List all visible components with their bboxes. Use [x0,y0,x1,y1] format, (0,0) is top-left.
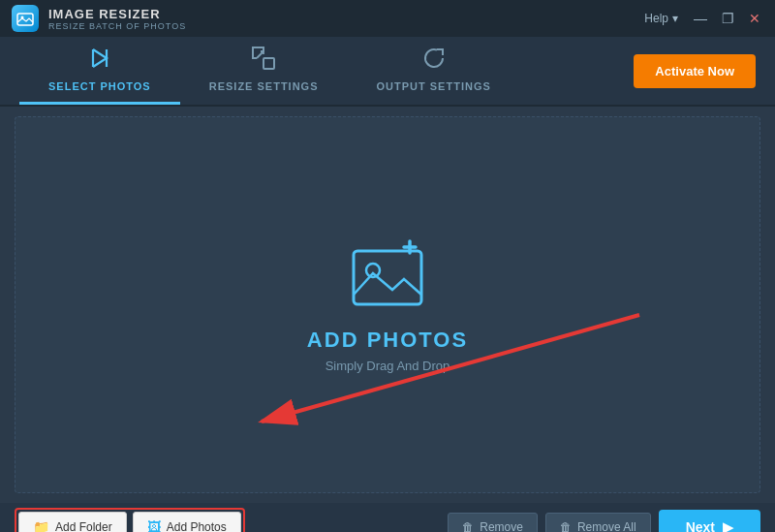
window-controls: — ❐ ✕ [692,10,763,27]
next-chevron-icon: ▶ [723,519,733,532]
tab-output-settings[interactable]: OUTPUT SETTINGS [348,37,520,105]
drop-zone[interactable]: ADD PHOTOS Simply Drag And Drop [15,116,760,493]
app-subtitle: RESIZE BATCH OF PHOTOS [48,21,186,31]
select-photos-icon [88,47,111,75]
svg-rect-3 [264,58,274,69]
tab-select-photos-label: SELECT PHOTOS [48,80,151,92]
remove-button[interactable]: 🗑 Remove [448,513,538,532]
help-button[interactable]: Help ▾ [644,12,678,25]
add-photos-sublabel: Simply Drag And Drop [326,359,450,373]
title-bar: IMAGE RESIZER RESIZE BATCH OF PHOTOS Hel… [0,0,775,37]
restore-button[interactable]: ❐ [719,10,736,27]
close-button[interactable]: ✕ [746,10,763,27]
remove-all-icon: 🗑 [560,520,572,532]
remove-all-label: Remove All [577,520,636,532]
nav-tabs: SELECT PHOTOS RESIZE SETTINGS [19,37,520,105]
add-buttons-group: 📁 Add Folder 🖼 Add Photos [15,508,245,532]
add-photos-button[interactable]: 🖼 Add Photos [133,512,241,532]
next-label: Next [686,519,715,532]
help-label: Help [644,12,668,25]
tab-resize-settings[interactable]: RESIZE SETTINGS [180,37,348,105]
svg-point-6 [366,264,380,277]
folder-icon: 📁 [33,519,49,532]
remove-all-button[interactable]: 🗑 Remove All [545,513,651,532]
tab-select-photos[interactable]: SELECT PHOTOS [19,37,180,105]
add-folder-button[interactable]: 📁 Add Folder [18,512,127,532]
bottom-right-actions: 🗑 Remove 🗑 Remove All Next ▶ [448,510,760,532]
add-photos-icon [344,236,431,318]
bottom-left-actions: 📁 Add Folder 🖼 Add Photos [15,508,245,532]
remove-label: Remove [480,520,523,532]
title-bar-right: Help ▾ — ❐ ✕ [644,10,763,27]
tab-output-settings-label: OUTPUT SETTINGS [377,80,491,92]
add-photos-label: ADD PHOTOS [307,328,468,353]
app-title-group: IMAGE RESIZER RESIZE BATCH OF PHOTOS [48,7,186,31]
nav-bar: SELECT PHOTOS RESIZE SETTINGS [0,37,775,107]
resize-settings-icon [252,47,275,75]
output-settings-icon [422,47,446,75]
add-folder-label: Add Folder [55,520,112,532]
help-chevron-icon: ▾ [672,12,678,25]
svg-line-4 [257,51,264,58]
tab-resize-settings-label: RESIZE SETTINGS [209,80,319,92]
svg-rect-5 [354,251,421,304]
title-bar-left: IMAGE RESIZER RESIZE BATCH OF PHOTOS [12,5,186,32]
photo-icon: 🖼 [147,519,161,532]
app-title: IMAGE RESIZER [48,7,186,21]
app-icon [12,5,39,32]
next-button[interactable]: Next ▶ [659,510,760,532]
bottom-bar: 📁 Add Folder 🖼 Add Photos 🗑 Remove 🗑 Rem… [0,503,775,532]
remove-icon: 🗑 [462,520,474,532]
activate-now-button[interactable]: Activate Now [634,54,756,88]
minimize-button[interactable]: — [692,10,709,27]
add-photos-label: Add Photos [167,520,227,532]
